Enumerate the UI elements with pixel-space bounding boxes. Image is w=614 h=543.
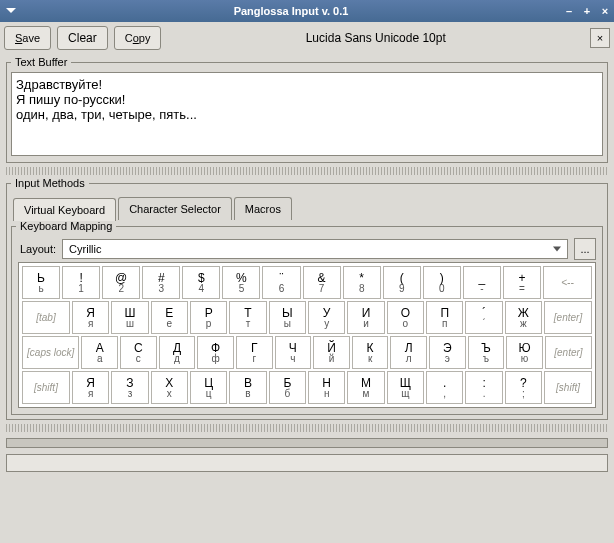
- key[interactable]: Юю: [506, 336, 543, 369]
- key[interactable]: Рр: [190, 301, 227, 334]
- toolbar: Save Clear Copy Lucida Sans Unicode 10pt…: [0, 22, 614, 54]
- key[interactable]: #3: [142, 266, 180, 299]
- close-button[interactable]: ×: [596, 5, 614, 17]
- key[interactable]: +=: [503, 266, 541, 299]
- key[interactable]: Сс: [120, 336, 157, 369]
- key[interactable]: Оо: [387, 301, 424, 334]
- key[interactable]: ?;: [505, 371, 542, 404]
- font-label: Lucida Sans Unicode 10pt: [167, 31, 584, 45]
- enter-key[interactable]: [enter]: [544, 301, 592, 334]
- key[interactable]: Хх: [151, 371, 188, 404]
- key[interactable]: :.: [465, 371, 502, 404]
- key[interactable]: Жж: [505, 301, 542, 334]
- copy-button[interactable]: Copy: [114, 26, 162, 50]
- key[interactable]: Кк: [352, 336, 389, 369]
- key[interactable]: Тт: [229, 301, 266, 334]
- key[interactable]: !1: [62, 266, 100, 299]
- key[interactable]: Мм: [347, 371, 384, 404]
- key[interactable]: Бб: [269, 371, 306, 404]
- key[interactable]: @2: [102, 266, 140, 299]
- window-title: Panglossa Input v. 0.1: [22, 5, 560, 17]
- tab-character-selector[interactable]: Character Selector: [118, 197, 232, 220]
- shift-left-key[interactable]: [shift]: [22, 371, 70, 404]
- key[interactable]: Гг: [236, 336, 273, 369]
- key[interactable]: &7: [303, 266, 341, 299]
- minimize-button[interactable]: –: [560, 5, 578, 17]
- layout-label: Layout:: [18, 243, 56, 255]
- app-menu-icon[interactable]: [0, 0, 22, 22]
- key[interactable]: _-: [463, 266, 501, 299]
- layout-selected: Cyrillic: [69, 243, 101, 255]
- key[interactable]: Йй: [313, 336, 350, 369]
- key[interactable]: %5: [222, 266, 260, 299]
- clear-button[interactable]: Clear: [57, 26, 108, 50]
- key[interactable]: ´´: [465, 301, 502, 334]
- shift-right-key[interactable]: [shift]: [544, 371, 592, 404]
- key[interactable]: Цц: [190, 371, 227, 404]
- input-methods-legend: Input Methods: [11, 177, 89, 189]
- virtual-keyboard: Ьь!1@2#3$4%5¨6&7*8(9)0_-+=<-- [tab]ЯяШшЕ…: [18, 262, 596, 408]
- key[interactable]: Ее: [151, 301, 188, 334]
- maximize-button[interactable]: +: [578, 5, 596, 17]
- bottom-panel: [6, 438, 608, 448]
- key[interactable]: (9: [383, 266, 421, 299]
- key[interactable]: Ъъ: [468, 336, 505, 369]
- text-buffer-group: Text Buffer: [6, 56, 608, 163]
- enter-key-2[interactable]: [enter]: [545, 336, 592, 369]
- tab-macros[interactable]: Macros: [234, 197, 292, 220]
- key[interactable]: Дд: [159, 336, 196, 369]
- key[interactable]: .,: [426, 371, 463, 404]
- key[interactable]: Яя: [72, 371, 109, 404]
- key[interactable]: )0: [423, 266, 461, 299]
- key[interactable]: Зз: [111, 371, 148, 404]
- layout-select[interactable]: Cyrillic: [62, 239, 568, 259]
- input-methods-group: Input Methods Virtual Keyboard Character…: [6, 177, 608, 420]
- key[interactable]: Щщ: [387, 371, 424, 404]
- key[interactable]: Аа: [81, 336, 118, 369]
- keyboard-mapping-group: Keyboard Mapping Layout: Cyrillic ... Ьь…: [11, 220, 603, 415]
- tab-virtual-keyboard[interactable]: Virtual Keyboard: [13, 198, 116, 221]
- text-buffer-legend: Text Buffer: [11, 56, 71, 68]
- key[interactable]: Шш: [111, 301, 148, 334]
- statusbar: [6, 454, 608, 472]
- key[interactable]: *8: [343, 266, 381, 299]
- splitter[interactable]: [6, 167, 608, 175]
- tabs: Virtual Keyboard Character Selector Macr…: [13, 197, 601, 220]
- key[interactable]: Нн: [308, 371, 345, 404]
- key[interactable]: Ии: [347, 301, 384, 334]
- key[interactable]: ¨6: [262, 266, 300, 299]
- titlebar: Panglossa Input v. 0.1 – + ×: [0, 0, 614, 22]
- key[interactable]: Фф: [197, 336, 234, 369]
- key[interactable]: Ьь: [22, 266, 60, 299]
- keyboard-mapping-legend: Keyboard Mapping: [16, 220, 116, 232]
- key[interactable]: $4: [182, 266, 220, 299]
- key[interactable]: Яя: [72, 301, 109, 334]
- layout-more-button[interactable]: ...: [574, 238, 596, 260]
- key[interactable]: Вв: [229, 371, 266, 404]
- capslock-key[interactable]: [caps lock]: [22, 336, 79, 369]
- save-button[interactable]: Save: [4, 26, 51, 50]
- key[interactable]: Лл: [390, 336, 427, 369]
- key[interactable]: Пп: [426, 301, 463, 334]
- key[interactable]: Чч: [275, 336, 312, 369]
- tab-key[interactable]: [tab]: [22, 301, 70, 334]
- key[interactable]: Ыы: [269, 301, 306, 334]
- key[interactable]: Ээ: [429, 336, 466, 369]
- key[interactable]: Уу: [308, 301, 345, 334]
- splitter-bottom[interactable]: [6, 424, 608, 432]
- text-buffer-input[interactable]: [11, 72, 603, 156]
- toolbar-close-button[interactable]: ×: [590, 28, 610, 48]
- backspace-key[interactable]: <--: [543, 266, 592, 299]
